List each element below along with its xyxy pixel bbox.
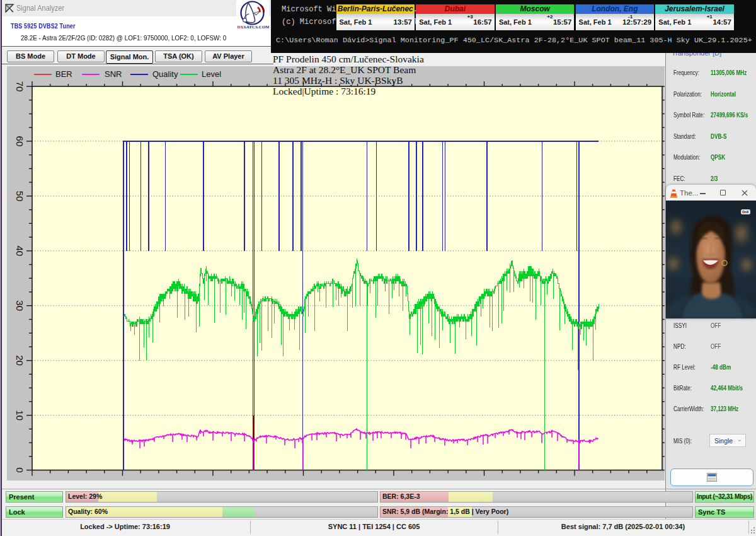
svg-text:70: 70 [14,81,25,92]
svg-text:20: 20 [14,355,25,366]
svg-text:DXSATCS.COM: DXSATCS.COM [238,25,270,30]
svg-text:0: 0 [14,467,25,472]
svg-text:40: 40 [14,245,25,256]
svg-text:10: 10 [14,410,25,421]
svg-text:50: 50 [14,191,25,202]
svg-text:30: 30 [14,300,25,311]
svg-text:60: 60 [14,136,25,147]
svg-text:OnX: OnX [742,210,749,214]
